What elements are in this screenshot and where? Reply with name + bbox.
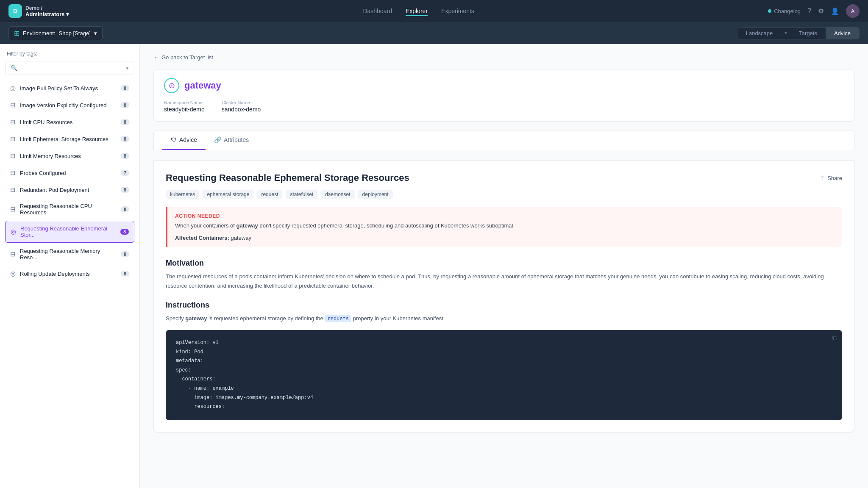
sidebar-label-probes: Probes Configured	[20, 170, 117, 176]
env-name: Shop [Stage]	[59, 30, 91, 36]
cluster-block: Cluster Name sandbox-demo	[222, 100, 261, 113]
namespace-block: Namespace Name steadybit-demo	[164, 100, 205, 113]
sidebar-item-req-cpu[interactable]: ⊟ Requesting Reasonable CPU Resources 8	[5, 199, 134, 220]
action-box: ACTION NEEDED When your containers of ga…	[166, 207, 842, 247]
environment-selector[interactable]: ⊞ Environment: Shop [Stage] ▾	[8, 26, 103, 40]
tag-search[interactable]: 🔍 ▾	[5, 61, 134, 75]
sidebar-label-limit-cpu: Limit CPU Resources	[20, 119, 117, 125]
affected-containers: Affected Containers: gateway	[175, 235, 835, 241]
main-layout: Filter by tags: 🔍 ▾ ◎ Image Pull Policy …	[0, 44, 868, 488]
sidebar-item-redundant-pod[interactable]: ⊟ Redundant Pod Deployment 8	[5, 182, 134, 198]
copy-button[interactable]: ⧉	[832, 334, 837, 342]
nav-dashboard[interactable]: Dashboard	[363, 6, 392, 16]
sidebar-badge-probes: 7	[121, 170, 129, 176]
sidebar-item-image-pull[interactable]: ◎ Image Pull Policy Set To Always 8	[5, 80, 134, 96]
code-block-wrapper: apiVersion: v1kind: Podmetadata:spec: co…	[166, 330, 842, 420]
target-icon: ⊙	[164, 78, 179, 93]
top-nav: D Demo / Administrators ▾ Dashboard Expl…	[0, 0, 868, 22]
sidebar-icon-req-cpu: ⊟	[10, 205, 16, 213]
cluster-label: Cluster Name	[222, 100, 261, 105]
nav-links: Dashboard Explorer Experiments	[79, 6, 758, 16]
share-button[interactable]: ⇧ Share	[820, 175, 842, 181]
sidebar-item-limit-memory[interactable]: ⊟ Limit Memory Resources 8	[5, 148, 134, 164]
avatar[interactable]: A	[846, 4, 860, 18]
sidebar-item-req-memory[interactable]: ⊟ Requesting Reasonable Memory Reso... 8	[5, 244, 134, 265]
sidebar-badge-limit-ephemeral: 8	[121, 136, 129, 142]
user-icon[interactable]: 👤	[831, 7, 839, 15]
tab-advice[interactable]: Advice	[826, 28, 859, 39]
target-name: gateway	[184, 80, 221, 91]
sidebar-item-probes[interactable]: ⊟ Probes Configured 7	[5, 165, 134, 181]
sidebar-badge-req-memory: 8	[121, 251, 129, 257]
tab-targets[interactable]: Targets	[790, 28, 826, 39]
org-name: Demo /	[25, 5, 69, 11]
nav-explorer[interactable]: Explorer	[406, 6, 428, 16]
action-gateway: gateway	[236, 222, 258, 229]
sidebar-icon-probes: ⊟	[10, 169, 16, 177]
motivation-text: The requested resources of a pod's conta…	[166, 272, 842, 291]
sidebar-icon-image-version: ⊟	[10, 101, 16, 109]
tag-daemonset[interactable]: daemonset	[321, 190, 354, 199]
back-link-label: Go back to Target list	[161, 54, 213, 61]
sidebar-label-limit-memory: Limit Memory Resources	[20, 153, 117, 159]
changelog-dot	[768, 9, 771, 13]
env-dropdown-icon: ▾	[94, 30, 97, 36]
tag-request[interactable]: request	[257, 190, 282, 199]
settings-icon[interactable]: ⚙	[818, 7, 824, 15]
changelog-button[interactable]: Changelog	[768, 8, 801, 14]
sidebar-icon-limit-cpu: ⊟	[10, 118, 16, 126]
search-icon: 🔍	[11, 65, 17, 71]
view-tabs: Landscape ▾ Targets Advice	[737, 27, 860, 39]
instructions-text2: 's requested ephemeral storage by defini…	[209, 315, 323, 322]
namespace-label: Namespace Name	[164, 100, 205, 105]
env-grid-icon: ⊞	[14, 29, 19, 37]
target-meta: Namespace Name steadybit-demo Cluster Na…	[164, 100, 844, 113]
back-arrow-icon: ←	[153, 54, 159, 61]
nav-logo[interactable]: D Demo / Administrators ▾	[8, 4, 69, 18]
share-label: Share	[827, 175, 842, 181]
advice-title: Requesting Reasonable Ephemeral Storage …	[166, 172, 409, 183]
advice-panel: Requesting Reasonable Ephemeral Storage …	[153, 160, 854, 433]
sidebar-item-req-ephemeral[interactable]: ◎ Requesting Reasonable Ephemeral Stor..…	[5, 221, 134, 243]
nav-right: Changelog ? ⚙ 👤 A	[768, 4, 860, 18]
nav-experiments[interactable]: Experiments	[441, 6, 474, 16]
sidebar-badge-image-version: 8	[121, 102, 129, 108]
tag-deployment[interactable]: deployment	[358, 190, 393, 199]
tab-attributes-content[interactable]: 🔗 Attributes	[206, 130, 257, 150]
sidebar-badge-limit-memory: 8	[121, 153, 129, 159]
action-label: ACTION NEEDED	[175, 213, 835, 219]
action-text: When your containers of gateway don't sp…	[175, 222, 835, 230]
tag-ephemeral[interactable]: ephemeral storage	[203, 190, 253, 199]
search-dropdown-icon: ▾	[126, 65, 129, 71]
advice-title-row: Requesting Reasonable Ephemeral Storage …	[166, 172, 842, 183]
affected-container-name: gateway	[231, 235, 251, 241]
org-role: Administrators ▾	[25, 11, 69, 17]
help-icon[interactable]: ?	[807, 7, 811, 15]
sidebar-label-rolling-update: Rolling Update Deployments	[20, 271, 117, 277]
content-tabs: 🛡 Advice 🔗 Attributes	[153, 130, 854, 150]
target-title-row: ⊙ gateway	[164, 78, 844, 93]
instructions-code: requets	[325, 315, 351, 322]
tag-kubernetes[interactable]: kubernetes	[166, 190, 199, 199]
instructions-text: Specify gateway 's requested ephemeral s…	[166, 314, 842, 323]
sidebar-item-limit-cpu[interactable]: ⊟ Limit CPU Resources 8	[5, 114, 134, 130]
attributes-tab-label: Attributes	[224, 136, 249, 143]
tag-statefulset[interactable]: statefulset	[286, 190, 317, 199]
sidebar-item-image-version[interactable]: ⊟ Image Version Explicitly Configured 8	[5, 97, 134, 113]
sidebar-icon-image-pull: ◎	[10, 84, 16, 92]
sidebar-item-rolling-update[interactable]: ◎ Rolling Update Deployments 8	[5, 266, 134, 282]
tab-landscape[interactable]: Landscape	[737, 28, 782, 39]
advice-tab-label: Advice	[179, 136, 197, 143]
sidebar-badge-limit-cpu: 8	[121, 119, 129, 125]
sidebar-item-limit-ephemeral[interactable]: ⊟ Limit Ephemeral Storage Resources 8	[5, 131, 134, 147]
second-bar: ⊞ Environment: Shop [Stage] ▾ Landscape …	[0, 22, 868, 44]
sidebar-label-req-ephemeral: Requesting Reasonable Ephemeral Stor...	[20, 225, 116, 238]
back-link[interactable]: ← Go back to Target list	[153, 54, 854, 61]
sidebar-label-req-cpu: Requesting Reasonable CPU Resources	[20, 203, 117, 216]
sidebar-label-image-pull: Image Pull Policy Set To Always	[20, 85, 117, 92]
sidebar-badge-req-ephemeral: 8	[120, 229, 129, 235]
filter-label: Filter by tags:	[5, 51, 134, 57]
sidebar-icon-req-ephemeral: ◎	[11, 228, 16, 236]
tab-advice-content[interactable]: 🛡 Advice	[162, 130, 206, 150]
instructions-gateway-val: gateway	[185, 315, 207, 322]
